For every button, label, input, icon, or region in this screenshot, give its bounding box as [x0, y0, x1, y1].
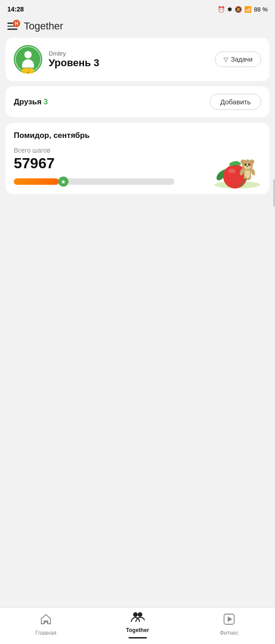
- bluetooth-icon: ✱: [227, 6, 232, 13]
- status-bar: 14:28 ⏰ ✱ 🔕 📶 88 %: [0, 0, 275, 17]
- together-icon: [131, 610, 145, 625]
- avatar-body: [22, 59, 34, 68]
- top-nav: H Together: [0, 17, 275, 38]
- nav-label-fitness: Фитнес: [220, 630, 239, 636]
- svg-point-4: [228, 169, 236, 173]
- battery-icon: 88 %: [254, 6, 268, 13]
- svg-point-18: [241, 160, 244, 163]
- svg-point-12: [245, 164, 247, 166]
- scrollbar: [273, 179, 275, 207]
- nav-item-together[interactable]: Together: [92, 610, 184, 638]
- friends-count: 3: [44, 97, 48, 106]
- bottom-nav: Главная Together Фитнес: [0, 607, 275, 644]
- progress-star-icon: [58, 177, 68, 187]
- tasks-button[interactable]: ▽ Задачи: [215, 51, 261, 67]
- alarm-icon: ⏰: [218, 6, 225, 13]
- nav-label-home: Главная: [35, 630, 56, 636]
- nav-item-fitness[interactable]: Фитнес: [183, 613, 275, 636]
- home-icon: [40, 613, 52, 628]
- nav-item-home[interactable]: Главная: [0, 613, 92, 636]
- challenge-card: Помидор, сентябрь Всего шагов 57967: [6, 123, 269, 194]
- fitness-icon: [223, 613, 235, 628]
- svg-point-13: [248, 164, 251, 166]
- filter-icon: ▽: [224, 56, 228, 63]
- profile-left: 🏆 Dmitry Уровень 3: [14, 45, 99, 74]
- progress-bar: [14, 178, 174, 185]
- svg-point-20: [251, 160, 253, 163]
- mute-icon: 🔕: [235, 6, 242, 13]
- friends-label: Друзья: [14, 97, 41, 106]
- profile-info: Dmitry Уровень 3: [49, 50, 99, 69]
- status-icons: ⏰ ✱ 🔕 📶 88 %: [218, 6, 268, 13]
- avatar-person: [20, 51, 36, 68]
- status-time: 14:28: [7, 6, 24, 13]
- main-content: 🏆 Dmitry Уровень 3 ▽ Задачи Друзья 3 Доб…: [0, 38, 275, 194]
- avatar-badge: 🏆: [22, 68, 34, 74]
- progress-fill: [14, 178, 59, 185]
- nav-label-together: Together: [126, 627, 149, 633]
- profile-card: 🏆 Dmitry Уровень 3 ▽ Задачи: [6, 38, 269, 81]
- svg-point-24: [133, 612, 138, 617]
- nav-active-indicator: [129, 637, 147, 638]
- notification-badge: H: [13, 20, 20, 27]
- challenge-image: [210, 143, 265, 189]
- svg-point-25: [138, 612, 142, 617]
- add-friend-button[interactable]: Добавить: [210, 94, 261, 110]
- avatar: 🏆: [14, 45, 42, 74]
- avatar-head: [24, 51, 32, 58]
- app-title: Together: [24, 20, 63, 32]
- friends-card: Друзья 3 Добавить: [6, 86, 269, 117]
- wifi-icon: 📶: [244, 6, 252, 13]
- profile-name: Dmitry: [49, 50, 99, 57]
- friends-label-container: Друзья 3: [14, 97, 48, 107]
- svg-point-16: [247, 166, 248, 167]
- menu-button[interactable]: H: [7, 23, 17, 30]
- profile-level: Уровень 3: [49, 57, 99, 69]
- tasks-button-label: Задачи: [231, 56, 253, 63]
- svg-point-14: [246, 164, 247, 165]
- challenge-title: Помидор, сентябрь: [14, 131, 261, 140]
- svg-point-15: [249, 164, 250, 165]
- svg-marker-27: [228, 616, 232, 622]
